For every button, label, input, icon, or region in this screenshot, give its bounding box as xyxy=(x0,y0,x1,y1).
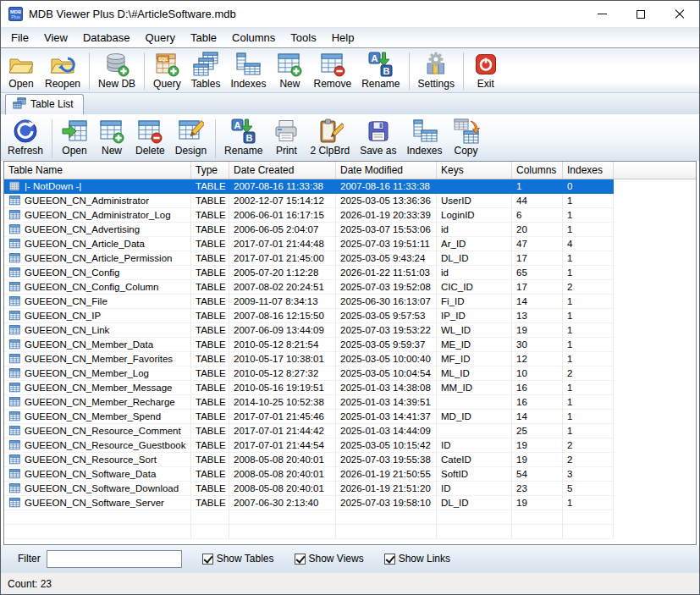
save-as-button[interactable]: Save as xyxy=(355,117,401,157)
cell-type: TABLE xyxy=(191,424,229,438)
checkbox-label: Show Tables xyxy=(217,553,274,565)
delete-button[interactable]: Delete xyxy=(130,117,170,157)
cell-keys: CateID xyxy=(437,453,512,467)
column-header-type[interactable]: Type xyxy=(191,162,229,179)
indexes-button[interactable]: Indexes xyxy=(225,50,271,91)
refresh-button[interactable]: Refresh xyxy=(3,117,48,157)
table-icon xyxy=(8,324,21,336)
checkbox-show-views[interactable]: Show Views xyxy=(295,553,364,565)
exit-button[interactable]: Exit xyxy=(467,50,504,91)
toolbar-separator xyxy=(89,52,90,90)
cell-indexes: 4 xyxy=(563,237,614,251)
open-button[interactable]: Open xyxy=(3,50,40,91)
cell-name: GUEEON_CN_Advertising xyxy=(4,223,191,237)
cell-modified: 2026-01-19 20:33:39 xyxy=(336,208,437,223)
print-button[interactable]: Print xyxy=(267,117,305,157)
cell-created: 2006-06-01 16:17:15 xyxy=(229,208,336,223)
new-button[interactable]: New xyxy=(93,117,130,157)
maximize-button[interactable] xyxy=(621,1,660,27)
menu-database[interactable]: Database xyxy=(75,29,138,47)
cell-indexes: 3 xyxy=(563,467,614,482)
menu-file[interactable]: File xyxy=(3,29,36,47)
cell-keys: DL_ID xyxy=(437,251,512,266)
cell-name: |- NotDown -| xyxy=(4,179,191,194)
table-row[interactable]: GUEEON_CN_AdvertisingTABLE2006-06-05 2:0… xyxy=(4,223,696,237)
menu-query[interactable]: Query xyxy=(138,29,183,47)
open-button[interactable]: Open xyxy=(56,117,93,157)
tab-table-list[interactable]: Table List xyxy=(5,94,84,114)
cell-indexes: 1 xyxy=(563,381,614,395)
menu-help[interactable]: Help xyxy=(324,29,362,47)
list-header-row: Table NameTypeDate CreatedDate ModifiedK… xyxy=(4,162,696,179)
column-header-indexes[interactable]: Indexes xyxy=(563,162,614,179)
table-row[interactable]: GUEEON_CN_Article_PermissionTABLE2017-07… xyxy=(4,251,696,266)
column-header-table-name[interactable]: Table Name xyxy=(4,162,191,179)
table-row[interactable]: GUEEON_CN_Article_DataTABLE2017-07-01 21… xyxy=(4,237,696,251)
rename-button[interactable]: ABRename xyxy=(219,117,267,157)
cell-filler xyxy=(614,424,696,438)
empty-cell xyxy=(229,510,336,525)
table-row[interactable]: GUEEON_CN_ConfigTABLE2005-07-20 1:12:282… xyxy=(4,266,696,280)
copy-button[interactable]: Copy xyxy=(448,117,485,157)
cell-created: 2006-06-05 2:04:07 xyxy=(229,223,336,237)
table-icon xyxy=(8,281,21,293)
column-header-date-modified[interactable]: Date Modified xyxy=(336,162,437,179)
new-db-button[interactable]: New DB xyxy=(93,50,141,91)
reopen-button[interactable]: Reopen xyxy=(40,50,85,91)
column-header-columns[interactable]: Columns xyxy=(512,162,563,179)
table-row[interactable]: GUEEON_CN_Member_FavoritesTABLE2010-05-1… xyxy=(4,352,696,366)
table-row[interactable]: GUEEON_CN_Software_DataTABLE2008-05-08 2… xyxy=(4,467,696,482)
cell-indexes: 2 xyxy=(563,280,614,295)
table-row[interactable]: GUEEON_CN_Resource_CommentTABLE2017-07-0… xyxy=(4,424,696,438)
table-row[interactable]: GUEEON_CN_FileTABLE2009-11-07 8:34:13202… xyxy=(4,295,696,309)
table-row[interactable]: GUEEON_CN_IPTABLE2007-08-16 12:15:502025… xyxy=(4,309,696,323)
menu-columns[interactable]: Columns xyxy=(224,29,283,47)
table-icon xyxy=(8,310,21,322)
menu-view[interactable]: View xyxy=(36,29,75,47)
cell-filler xyxy=(614,438,696,453)
2-clpbrd-button[interactable]: 2 ClpBrd xyxy=(305,117,355,157)
table-row[interactable]: GUEEON_CN_Member_SpendTABLE2017-07-01 21… xyxy=(4,410,696,424)
empty-cell xyxy=(4,510,191,525)
indexes-button[interactable]: Indexes xyxy=(401,117,447,157)
remove-button[interactable]: Remove xyxy=(308,50,356,91)
cell-modified: 2026-01-22 11:51:03 xyxy=(336,266,437,280)
query-button[interactable]: SQLQuery xyxy=(148,50,186,91)
column-header-date-created[interactable]: Date Created xyxy=(229,162,336,179)
cell-created: 2008-05-08 20:40:01 xyxy=(229,482,336,496)
filter-input[interactable] xyxy=(47,550,182,568)
cell-name: GUEEON_CN_Member_Recharge xyxy=(4,395,191,410)
table-row[interactable]: GUEEON_CN_Member_RechargeTABLE2014-10-25… xyxy=(4,395,696,410)
design-button[interactable]: Design xyxy=(170,117,212,157)
table-row[interactable]: GUEEON_CN_Resource_GuestbookTABLE2017-07… xyxy=(4,438,696,453)
column-header-keys[interactable]: Keys xyxy=(437,162,512,179)
table-row[interactable]: GUEEON_CN_Administrator_LogTABLE2006-06-… xyxy=(4,208,696,223)
cell-name: GUEEON_CN_Member_Log xyxy=(4,366,191,381)
checkbox-show-links[interactable]: Show Links xyxy=(384,553,450,565)
new-button[interactable]: New xyxy=(271,50,308,91)
cell-columns: 19 xyxy=(512,438,563,453)
table-row[interactable]: GUEEON_CN_Resource_SortTABLE2008-05-08 2… xyxy=(4,453,696,467)
table-row[interactable]: GUEEON_CN_AdministratorTABLE2002-12-07 1… xyxy=(4,194,696,208)
table-row[interactable]: GUEEON_CN_Config_ColumnTABLE2007-08-02 2… xyxy=(4,280,696,295)
rename-button[interactable]: ABRename xyxy=(356,50,405,91)
empty-row xyxy=(4,525,696,539)
cell-keys: UserID xyxy=(437,194,512,208)
table-row[interactable]: GUEEON_CN_Software_ServerTABLE2007-06-30… xyxy=(4,496,696,510)
table-row[interactable]: GUEEON_CN_LinkTABLE2007-06-09 13:44:0920… xyxy=(4,323,696,338)
cell-type: TABLE xyxy=(191,295,229,309)
table-row[interactable]: GUEEON_CN_Member_MessageTABLE2010-05-16 … xyxy=(4,381,696,395)
cell-indexes: 1 xyxy=(563,338,614,352)
checkbox-show-tables[interactable]: Show Tables xyxy=(202,553,274,565)
tables-button[interactable]: Tables xyxy=(186,50,226,91)
settings-button[interactable]: Settings xyxy=(413,50,460,91)
checkbox-label: Show Links xyxy=(399,553,450,565)
table-row-selected[interactable]: |- NotDown -|TABLE2007-08-16 11:33:38200… xyxy=(4,179,696,194)
menu-tools[interactable]: Tools xyxy=(283,29,323,47)
table-row[interactable]: GUEEON_CN_Member_DataTABLE2010-05-12 8:2… xyxy=(4,338,696,352)
table-row[interactable]: GUEEON_CN_Member_LogTABLE2010-05-12 8:27… xyxy=(4,366,696,381)
table-row[interactable]: GUEEON_CN_Software_DownloadTABLE2008-05-… xyxy=(4,482,696,496)
minimize-button[interactable] xyxy=(582,1,621,27)
menu-table[interactable]: Table xyxy=(183,29,224,47)
close-button[interactable] xyxy=(660,1,699,27)
